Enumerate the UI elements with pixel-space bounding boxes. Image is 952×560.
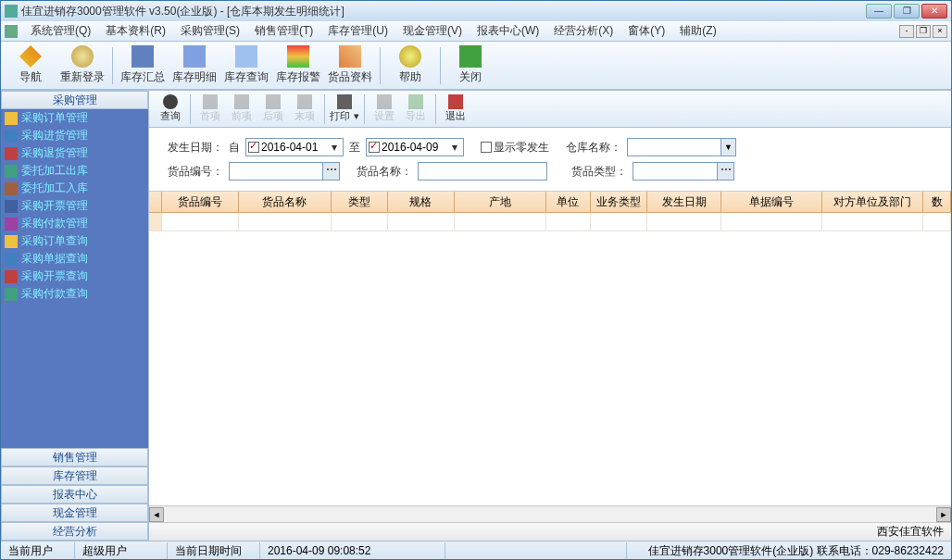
to-date-checkbox[interactable]: [369, 142, 380, 153]
subtoolbar-button: 设置: [369, 93, 400, 126]
data-grid[interactable]: 货品编号货品名称类型规格产地单位业务类型发生日期单据编号对方单位及部门数: [149, 192, 951, 505]
column-header[interactable]: 产地: [455, 192, 546, 212]
menu-item[interactable]: 采购管理(S): [173, 21, 247, 41]
sidebar-item[interactable]: 采购单据查询: [1, 250, 148, 268]
sidebar-item[interactable]: 采购付款管理: [1, 215, 148, 232]
toolbar-button[interactable]: 库存明细: [169, 44, 220, 88]
sidebar-item[interactable]: 采购进货管理: [1, 127, 148, 144]
mdi-restore-button[interactable]: ❐: [916, 25, 931, 38]
toolbar-button[interactable]: 库存汇总: [117, 44, 169, 88]
sidebar-item-icon: [5, 130, 18, 143]
column-header[interactable]: 单位: [546, 192, 591, 212]
sidebar-category[interactable]: 销售管理: [1, 448, 148, 467]
toolbar-button[interactable]: 关闭: [445, 44, 496, 88]
column-header[interactable]: 业务类型: [591, 192, 648, 212]
ic-query-icon: [235, 45, 257, 68]
menu-item[interactable]: 窗体(Y): [620, 21, 672, 41]
from-date-checkbox[interactable]: [248, 142, 259, 153]
toolbar-button[interactable]: 导航: [5, 44, 56, 88]
ic-stock-icon: [132, 45, 154, 68]
ic-help-icon: [399, 45, 421, 68]
sidebar-item[interactable]: 采购付款查询: [1, 285, 148, 303]
menu-item[interactable]: 经营分析(X): [546, 21, 620, 41]
column-header[interactable]: 发生日期: [647, 192, 720, 212]
dropdown-icon[interactable]: ▾: [448, 141, 461, 154]
subtoolbar-button: 前项: [226, 93, 257, 126]
lookup-button[interactable]: ⋯: [322, 163, 339, 180]
to-date-input[interactable]: 2016-04-09 ▾: [366, 138, 464, 156]
ic-nav2-icon: [203, 94, 218, 109]
filter-panel: 发生日期： 自 2016-04-01 ▾ 至 2016-04-09 ▾: [149, 128, 951, 192]
sidebar-category[interactable]: 报表中心: [1, 485, 148, 504]
sidebar-category[interactable]: 经营分析: [1, 522, 148, 541]
menu-item[interactable]: 现金管理(V): [395, 21, 470, 41]
column-header[interactable]: 规格: [388, 192, 455, 212]
sidebar-category[interactable]: 现金管理: [1, 504, 148, 522]
column-header[interactable]: 货品编号: [162, 192, 239, 212]
column-header[interactable]: 对方单位及部门: [822, 192, 923, 212]
scroll-right-button[interactable]: ►: [936, 507, 951, 522]
subtoolbar-button[interactable]: 退出: [440, 93, 471, 126]
menu-item[interactable]: 辅助(Z): [672, 21, 723, 41]
column-header[interactable]: 类型: [332, 192, 389, 212]
sub-toolbar: 查询首项前项后项末项打印 ▾设置导出退出: [149, 91, 951, 128]
horizontal-scrollbar[interactable]: ◄ ►: [149, 505, 951, 522]
sidebar-category-active[interactable]: 采购管理: [1, 91, 148, 109]
name-input[interactable]: [418, 162, 547, 180]
show-zero-checkbox[interactable]: [481, 142, 492, 153]
ic-setting-icon: [377, 94, 392, 109]
column-header[interactable]: 数: [923, 192, 951, 212]
column-header[interactable]: 单据编号: [721, 192, 822, 212]
date-label: 发生日期：: [168, 140, 223, 156]
lookup-button[interactable]: ⋯: [717, 163, 733, 180]
sidebar-item-icon: [5, 182, 18, 195]
dropdown-icon[interactable]: ▾: [328, 141, 341, 154]
scroll-left-button[interactable]: ◄: [149, 507, 164, 522]
sidebar-item-icon: [5, 270, 18, 283]
sidebar-item[interactable]: 采购开票查询: [1, 268, 148, 285]
toolbar-button[interactable]: 重新登录: [56, 44, 108, 88]
to-label: 至: [349, 140, 360, 156]
warehouse-combo[interactable]: ▼: [627, 138, 736, 156]
warehouse-label: 仓库名称：: [566, 140, 621, 156]
menu-item[interactable]: 系统管理(Q): [23, 21, 98, 41]
close-button[interactable]: ✕: [921, 4, 947, 19]
code-lookup[interactable]: ⋯: [229, 162, 340, 180]
app-icon: [5, 5, 18, 18]
window-title: 佳宜进销存3000管理软件 v3.50(企业版) - [仓库本期发生明细统计]: [21, 4, 866, 19]
type-label: 货品类型：: [571, 164, 627, 180]
sidebar-item-icon: [5, 288, 18, 301]
mdi-minimize-button[interactable]: -: [899, 25, 914, 38]
menu-item[interactable]: 库存管理(U): [320, 21, 395, 41]
ic-nav2-icon: [266, 94, 281, 109]
sidebar-item[interactable]: 委托加工出库: [1, 162, 148, 180]
sidebar-item-icon: [5, 200, 18, 213]
sidebar-item[interactable]: 采购退货管理: [1, 144, 148, 162]
scroll-track[interactable]: [164, 507, 936, 522]
sidebar-item[interactable]: 采购订单管理: [1, 109, 148, 127]
dropdown-icon[interactable]: ▼: [720, 139, 735, 156]
subtoolbar-button[interactable]: 打印 ▾: [329, 93, 360, 126]
toolbar-button[interactable]: 库存报警: [272, 44, 324, 88]
type-lookup[interactable]: ⋯: [633, 162, 734, 180]
subtoolbar-button[interactable]: 查询: [155, 93, 186, 126]
sidebar-item[interactable]: 委托加工入库: [1, 180, 148, 197]
subtoolbar-button: 首项: [194, 93, 226, 126]
sidebar-item[interactable]: 采购开票管理: [1, 197, 148, 215]
sidebar-item-icon: [5, 147, 18, 160]
ic-exit-icon: [448, 94, 463, 109]
menu-item[interactable]: 销售管理(T): [247, 21, 320, 41]
maximize-button[interactable]: ❐: [894, 4, 920, 19]
minimize-button[interactable]: —: [866, 4, 892, 19]
subtoolbar-button: 后项: [257, 93, 289, 126]
sidebar-category[interactable]: 库存管理: [1, 467, 148, 485]
column-header[interactable]: 货品名称: [239, 192, 331, 212]
mdi-close-button[interactable]: ×: [933, 25, 947, 38]
toolbar-button[interactable]: 库存查询: [220, 44, 272, 88]
toolbar-button[interactable]: 帮助: [384, 44, 436, 88]
menu-item[interactable]: 基本资料(R): [98, 21, 173, 41]
menu-item[interactable]: 报表中心(W): [470, 21, 546, 41]
toolbar-button[interactable]: 货品资料: [324, 44, 376, 88]
from-date-input[interactable]: 2016-04-01 ▾: [245, 138, 344, 156]
sidebar-item[interactable]: 采购订单查询: [1, 232, 148, 250]
